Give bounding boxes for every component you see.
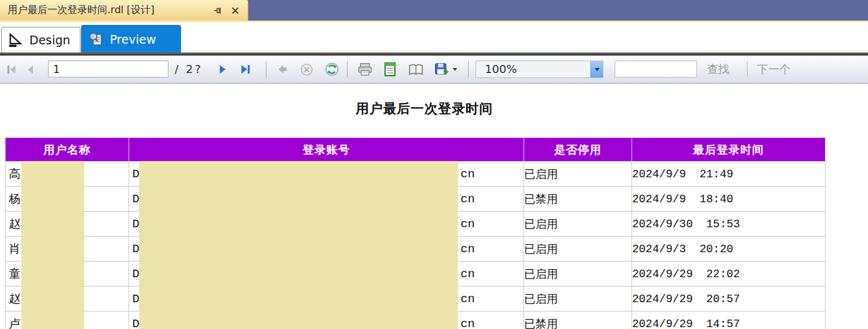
page-number-input[interactable] [48,61,168,77]
cell-login-account: Dcn [129,287,524,312]
user-name-prefix: 卢 [9,316,21,329]
col-header-user-name: 用户名称 [6,138,129,162]
find-button[interactable]: 查找 [707,56,729,83]
table-row: 童 Dcn 已启用 2024/9/29 22:02 [6,262,826,287]
toolbar-separator [266,61,266,77]
report-preview-area: 用户最后一次登录时间 用户名称 登录账号 是否停用 最后登录时间 高 Dcn 已… [0,84,868,329]
account-prefix: D [132,167,139,181]
redaction-box [21,261,84,287]
report-viewer-toolbar: / 2? [0,56,868,84]
previous-page-button[interactable] [22,56,37,83]
cell-user-name: 赵 [6,212,129,237]
user-name-prefix: 高 [9,166,21,182]
user-name-prefix: 童 [9,266,21,282]
refresh-icon [324,62,339,77]
pin-icon[interactable] [213,6,223,16]
redaction-box [21,186,84,212]
refresh-button[interactable] [321,56,343,83]
preview-icon [87,31,104,47]
zoom-dropdown-button[interactable] [590,61,603,77]
document-tab-title: 用户最后一次登录时间.rdl [设计] [7,4,205,17]
account-suffix: cn [461,217,475,231]
first-page-icon [5,63,18,76]
zoom-value: 100% [485,61,517,77]
view-tab-bar: Design Preview [0,22,868,52]
account-prefix: D [132,192,139,206]
cell-last-login: 2024/9/29 22:02 [632,262,826,287]
cell-last-login: 2024/9/9 21:49 [632,162,826,187]
back-to-parent-button[interactable] [272,56,292,83]
cell-status: 已启用 [524,262,632,287]
table-row: 杨 Dcn 已禁用 2024/9/9 18:40 [6,187,826,212]
toolbar-separator [347,61,348,77]
page-setup-button[interactable] [403,56,428,83]
find-separator [747,62,748,77]
col-header-login-account: 登录账号 [129,138,524,162]
first-page-button[interactable] [2,56,20,83]
cell-last-login: 2024/9/29 14:57 [632,312,826,329]
next-page-button[interactable] [214,56,232,83]
cell-last-login: 2024/9/30 15:53 [632,212,826,237]
print-icon [357,61,373,77]
redaction-box [21,286,84,312]
stop-icon [300,62,314,77]
redaction-box [139,311,458,329]
toolbar-separator [468,61,469,77]
export-button[interactable] [429,56,462,83]
cell-user-name: 肖 [6,237,129,262]
redaction-box [139,161,458,187]
close-icon[interactable] [230,6,240,16]
print-layout-icon [382,61,398,77]
table-row: 卢 Dcn 已禁用 2024/9/29 14:57 [6,312,826,329]
redaction-box [139,286,458,312]
find-next-button[interactable]: 下一个 [757,56,791,83]
chevron-down-icon [595,68,600,71]
redaction-box [21,236,84,262]
cell-user-name: 杨 [6,187,129,212]
cell-status: 已启用 [524,237,632,262]
cell-user-name: 卢 [6,312,129,329]
tab-preview-label: Preview [110,32,156,46]
print-layout-button[interactable] [378,56,402,83]
user-name-prefix: 肖 [9,241,21,257]
cell-last-login: 2024/9/29 20:57 [632,287,826,312]
print-button[interactable] [353,56,377,83]
cell-login-account: Dcn [129,262,524,287]
report-designer-window: 用户最后一次登录时间.rdl [设计] Design [0,0,868,329]
tab-preview[interactable]: Preview [81,25,181,52]
cell-login-account: Dcn [129,212,524,237]
tab-design-label: Design [29,33,71,47]
cell-status: 已启用 [524,212,632,237]
search-input[interactable] [615,61,697,77]
last-page-icon [238,62,252,76]
table-row: 肖 Dcn 已启用 2024/9/3 20:20 [6,237,826,262]
export-icon [433,61,449,77]
tab-design[interactable]: Design [1,27,80,52]
cell-user-name: 高 [6,162,129,187]
account-prefix: D [132,317,139,329]
redaction-box [21,211,84,237]
cell-last-login: 2024/9/9 18:40 [632,187,826,212]
cell-user-name: 赵 [6,287,129,312]
account-prefix: D [132,242,139,256]
last-page-button[interactable] [235,56,255,83]
redaction-box [21,161,84,187]
col-header-status: 是否停用 [524,138,632,162]
table-row: 赵 Dcn 已启用 2024/9/29 20:57 [6,287,826,312]
cell-login-account: Dcn [129,162,524,187]
back-icon [275,62,289,76]
table-row: 赵 Dcn 已启用 2024/9/30 15:53 [6,212,826,237]
document-tab[interactable]: 用户最后一次登录时间.rdl [设计] [0,0,248,21]
account-suffix: cn [461,267,475,281]
cell-status: 已启用 [524,162,632,187]
document-tab-bar: 用户最后一次登录时间.rdl [设计] [0,0,868,21]
redaction-box [139,186,458,212]
stop-button[interactable] [296,56,317,83]
dropdown-caret-icon [452,66,458,72]
cell-user-name: 童 [6,262,129,287]
account-suffix: cn [461,167,475,181]
zoom-select[interactable]: 100% [475,61,603,78]
report-title: 用户最后一次登录时间 [0,100,849,117]
page-setup-icon [407,61,424,78]
account-suffix: cn [461,317,475,329]
